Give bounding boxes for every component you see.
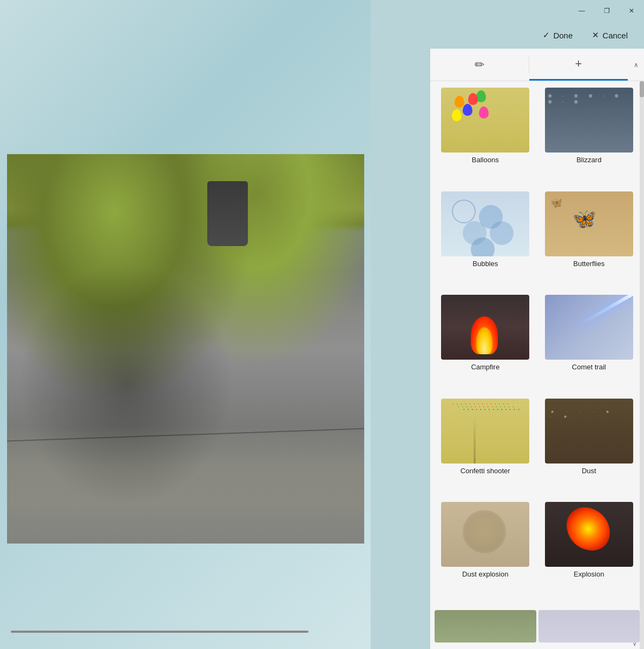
maximize-button[interactable]: ❐ [594,0,619,22]
chevron-up-icon: ∧ [634,61,639,69]
action-bar: ✓ Done ✕ Cancel [428,22,644,49]
panel-header: ✏ + ∧ [430,49,644,81]
right-panel: ✏ + ∧ Balloons Blizzard Bubbles Butterfl… [430,49,644,649]
photo-image [7,154,364,544]
explosion-thumbnail [545,502,633,567]
panel-scroll-thumb[interactable] [640,81,644,97]
dustexplosion-label: Dust explosion [462,570,508,578]
bottom-strips [430,606,644,649]
blizzard-label: Blizzard [576,156,601,164]
confetti-label: Confetti shooter [461,467,510,475]
blizzard-thumbnail [545,88,633,153]
balloons-label: Balloons [472,156,499,164]
add-tab[interactable]: + [529,49,628,81]
panel-scrollbar[interactable] [640,81,644,649]
effect-dust[interactable]: Dust [538,396,640,498]
bottom-strip-2[interactable] [538,610,640,643]
butterflies-label: Butterflies [573,260,604,268]
close-button[interactable]: ✕ [619,0,644,22]
dustexplosion-thumbnail [441,502,529,567]
butterflies-thumbnail [545,191,633,256]
balloons-thumbnail [441,88,529,153]
panel-scroll-down[interactable]: ∨ [629,638,640,649]
campfire-label: Campfire [471,363,500,371]
effect-comet-trail[interactable]: Comet trail [538,293,640,394]
comettrail-label: Comet trail [572,363,606,371]
panel-scroll-up-btn[interactable]: ∧ [628,49,644,81]
done-button[interactable]: ✓ Done [535,27,580,43]
plus-icon: + [575,57,582,71]
edit-tab[interactable]: ✏ [430,49,529,81]
horizontal-scrollbar[interactable] [11,631,308,633]
campfire-thumbnail [441,295,529,360]
cancel-icon: ✕ [592,30,599,40]
trash-can-shape [207,181,248,246]
tree-shadow [18,262,234,506]
done-label: Done [553,31,573,40]
cancel-button[interactable]: ✕ Cancel [584,27,635,43]
effect-dust-explosion[interactable]: Dust explosion [435,500,536,601]
effect-explosion[interactable]: Explosion [538,500,640,601]
bubbles-thumbnail [441,191,529,256]
effects-grid: Balloons Blizzard Bubbles Butterflies Ca… [430,81,644,606]
dust-label: Dust [582,467,596,475]
title-bar: — ❐ ✕ [0,0,644,22]
dust-thumbnail [545,399,633,463]
effect-blizzard[interactable]: Blizzard [538,85,640,187]
confetti-thumbnail [441,399,529,463]
cancel-label: Cancel [602,31,628,40]
bubbles-label: Bubbles [472,260,498,268]
effect-confetti-shooter[interactable]: Confetti shooter [435,396,536,498]
effect-bubbles[interactable]: Bubbles [435,189,536,291]
done-icon: ✓ [543,30,550,40]
scroll-thumb[interactable] [11,631,308,633]
chevron-down-icon: ∨ [633,641,636,647]
photo-area [0,0,371,649]
minimize-button[interactable]: — [569,0,594,22]
comettrail-thumbnail [545,295,633,360]
explosion-label: Explosion [574,570,604,578]
bottom-strip-1[interactable] [435,610,536,643]
pencil-icon: ✏ [475,58,484,72]
effect-balloons[interactable]: Balloons [435,85,536,187]
effect-butterflies[interactable]: Butterflies [538,189,640,291]
photo-container [7,154,364,544]
effect-campfire[interactable]: Campfire [435,293,536,394]
